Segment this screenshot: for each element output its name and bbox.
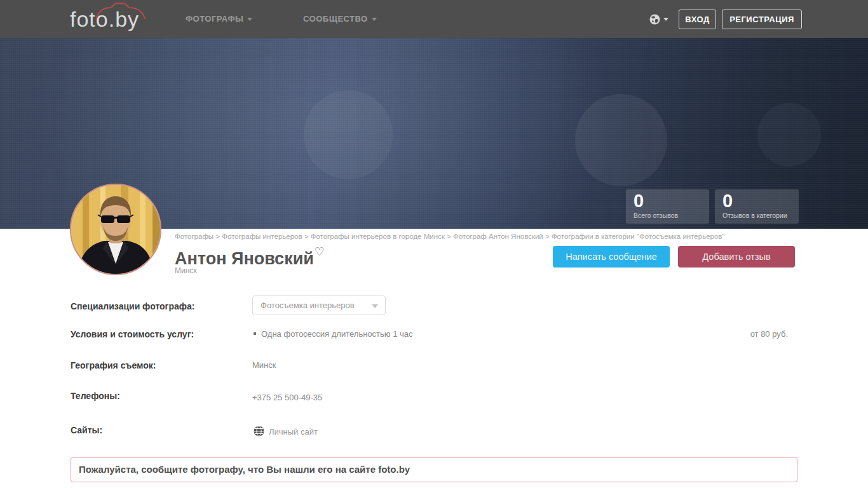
- login-button[interactable]: ВХОД: [679, 10, 716, 29]
- stat-value: 0: [722, 191, 791, 212]
- chevron-down-icon: [372, 18, 377, 21]
- phones-value: +375 25 500-49-35: [252, 393, 322, 402]
- geography-value: Минск: [252, 360, 276, 370]
- breadcrumb-link[interactable]: Фотографии в категории "Фотосъемка интер…: [552, 233, 725, 240]
- personal-site-link[interactable]: Личный сайт: [269, 427, 318, 437]
- breadcrumb-separator: >: [543, 233, 552, 240]
- pricing-price: от 80 руб.: [750, 329, 788, 339]
- pricing-label: Условия и стоимость услуг:: [71, 329, 194, 339]
- nav-item-label: ФОТОГРАФЫ: [186, 14, 243, 24]
- nav-item-community[interactable]: СООБЩЕСТВО: [303, 0, 377, 38]
- profile-avatar: [70, 184, 161, 275]
- hero-decor-circle: [575, 94, 667, 186]
- specializations-label: Специализации фотографа:: [71, 301, 194, 311]
- stat-total-reviews: 0 Всего отзывов: [626, 189, 709, 224]
- pricing-item: Одна фотосессия длительностью 1 час: [261, 329, 413, 339]
- page-title-photographer-name: Антон Яновский♡: [175, 245, 325, 269]
- breadcrumb-link[interactable]: Фотограф Антон Яновский: [453, 233, 543, 240]
- sites-label: Сайты:: [71, 425, 102, 435]
- phones-label: Телефоны:: [71, 391, 120, 401]
- site-logo[interactable]: foto.by: [70, 4, 139, 34]
- breadcrumb: Фотографы > Фотографы интерьеров > Фотог…: [175, 233, 797, 240]
- breadcrumb-link[interactable]: Фотографы интерьеров в городе Минск: [311, 233, 445, 240]
- hero-decor-circle: [304, 90, 393, 179]
- add-review-button[interactable]: Добавить отзыв: [678, 246, 795, 268]
- specializations-selected-value: Фотосъемка интерьеров: [261, 301, 355, 310]
- nav-item-photographers[interactable]: ФОТОГРАФЫ: [186, 0, 252, 38]
- breadcrumb-separator: >: [445, 233, 453, 240]
- chevron-down-icon: [372, 304, 378, 308]
- top-navbar: foto.by ФОТОГРАФЫ СООБЩЕСТВО ВХОД РЕГИСТ…: [0, 0, 868, 38]
- notice-box: Пожалуйста, сообщите фотографу, что Вы н…: [71, 457, 797, 482]
- specializations-select[interactable]: Фотосъемка интерьеров: [252, 295, 386, 315]
- photographer-name-text: Антон Яновский: [175, 249, 314, 268]
- camera-outline-icon: [94, 3, 147, 19]
- breadcrumb-link[interactable]: Фотографы интерьеров: [222, 233, 302, 240]
- stat-value: 0: [634, 191, 702, 212]
- breadcrumb-separator: >: [302, 233, 311, 240]
- chevron-down-icon: [247, 18, 252, 21]
- breadcrumb-link[interactable]: Фотографы: [175, 233, 214, 240]
- website-globe-icon: [254, 426, 264, 437]
- stat-label: Отзывов в категории: [722, 212, 791, 219]
- chevron-down-icon: [663, 18, 668, 21]
- nav-item-label: СООБЩЕСТВО: [303, 14, 368, 24]
- globe-icon: [649, 14, 660, 25]
- favorite-heart-icon[interactable]: ♡: [315, 245, 325, 258]
- geography-label: География съемок:: [71, 360, 156, 370]
- register-button[interactable]: РЕГИСТРАЦИЯ: [722, 10, 802, 29]
- page: foto.by ФОТОГРАФЫ СООБЩЕСТВО ВХОД РЕГИСТ…: [0, 0, 868, 488]
- notice-text: Пожалуйста, сообщите фотографу, что Вы н…: [79, 458, 410, 482]
- avatar-photo: [71, 185, 160, 274]
- language-selector[interactable]: [649, 13, 668, 25]
- stat-label: Всего отзывов: [634, 212, 702, 219]
- hero-decor-circle: [757, 103, 821, 166]
- send-message-button[interactable]: Написать сообщение: [553, 246, 670, 268]
- photographer-city: Минск: [175, 266, 197, 275]
- breadcrumb-separator: >: [214, 233, 222, 240]
- bullet-icon: [254, 332, 256, 335]
- stat-category-reviews: 0 Отзывов в категории: [715, 189, 799, 224]
